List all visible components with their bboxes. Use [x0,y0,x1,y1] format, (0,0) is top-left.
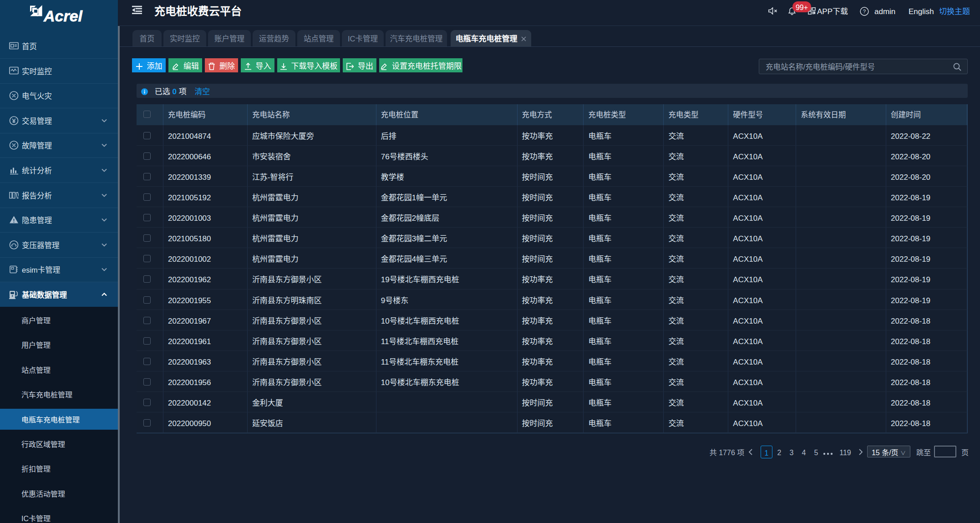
svg-text:?: ? [863,7,866,15]
